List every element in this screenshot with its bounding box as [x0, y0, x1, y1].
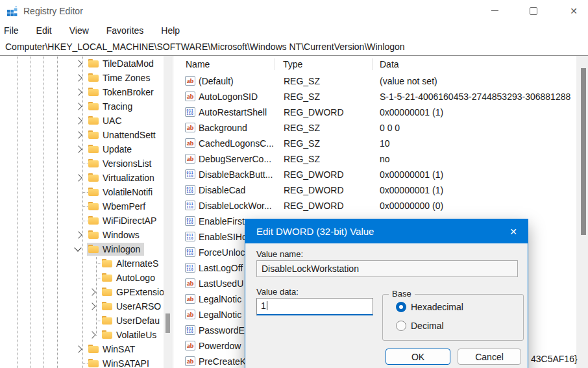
folder-icon — [88, 173, 99, 182]
tree-item-content[interactable]: WiFiDirectAP — [87, 214, 160, 227]
tree-item[interactable]: Virtualization — [0, 171, 164, 185]
tree-item[interactable]: GPExtensio — [0, 285, 164, 299]
tree-item-content[interactable]: GPExtensio — [101, 286, 164, 299]
chevron-right-icon[interactable] — [75, 345, 82, 352]
pane-splitter[interactable] — [173, 56, 173, 368]
column-header-name[interactable]: Name — [186, 56, 210, 73]
tree-item[interactable]: UserARSO — [0, 299, 164, 313]
list-scrollbar[interactable] — [576, 56, 588, 368]
ok-button[interactable]: OK — [386, 349, 450, 365]
tree-item[interactable]: Windows — [0, 228, 164, 242]
radio-button-icon[interactable] — [396, 321, 406, 331]
chevron-right-icon[interactable] — [75, 117, 82, 124]
tree-item-content[interactable]: VolatileNotifi — [87, 186, 156, 199]
tree-item[interactable]: UnattendSett — [0, 128, 164, 142]
tree-item[interactable]: VersionsList — [0, 156, 164, 171]
radio-button-icon[interactable] — [396, 302, 406, 312]
tree-item-content[interactable]: TokenBroker — [87, 86, 158, 99]
address-bar[interactable]: Computer\HKEY_LOCAL_MACHINE\SOFTWARE\Mic… — [0, 38, 588, 56]
string-value-icon — [185, 310, 195, 319]
close-button[interactable]: ✕ — [563, 0, 585, 21]
tree-item-content[interactable]: AutoLogo — [101, 271, 159, 284]
registry-value-row[interactable]: AutoLogonSIDREG_SZS-1-5-21-4006160453-27… — [174, 89, 576, 104]
chevron-right-icon[interactable] — [75, 174, 82, 181]
menu-file[interactable]: File — [4, 25, 19, 36]
chevron-right-icon[interactable] — [75, 60, 82, 67]
tree-item-content[interactable]: WinSAT — [87, 343, 139, 356]
registry-value-row[interactable]: DisableBackButt...REG_DWORD0x00000001 (1… — [174, 167, 576, 182]
menu-edit[interactable]: Edit — [36, 25, 52, 36]
tree-item[interactable]: WinSAT — [0, 342, 164, 356]
column-header-type[interactable]: Type — [283, 56, 302, 73]
tree-item-content[interactable]: Virtualization — [87, 171, 158, 184]
value-type-cell: REG_DWORD — [284, 104, 374, 120]
tree-item-content[interactable]: Tracing — [87, 100, 136, 113]
column-separator[interactable] — [275, 58, 275, 70]
tree-item[interactable]: WiFiDirectAP — [0, 214, 164, 228]
tree-item[interactable]: VolatileNotifi — [0, 185, 164, 199]
dialog-close-button[interactable]: ✕ — [499, 219, 528, 243]
chevron-right-icon[interactable] — [75, 103, 82, 110]
value-name-field[interactable]: DisableLockWorkstation — [256, 260, 518, 277]
menu-help[interactable]: Help — [161, 25, 180, 36]
tree-item-content[interactable]: Update — [87, 143, 136, 156]
tree-item-content[interactable]: TileDataMod — [87, 57, 158, 70]
tree-item-content[interactable]: UnattendSett — [87, 129, 160, 141]
tree-scrollbar[interactable] — [164, 56, 172, 368]
tree-item[interactable]: TileDataMod — [0, 56, 164, 71]
value-data-input[interactable]: 1 — [256, 298, 373, 315]
radio-hexadecimal[interactable]: Hexadecimal — [396, 302, 463, 312]
tree-item-content[interactable]: UAC — [87, 114, 126, 127]
tree-item[interactable]: AutoLogo — [0, 271, 164, 285]
tree-item[interactable]: Update — [0, 142, 164, 156]
chevron-right-icon[interactable] — [88, 331, 95, 338]
maximize-button[interactable] — [522, 0, 545, 21]
tree-item-content[interactable]: UserDefau — [101, 314, 164, 327]
registry-value-row[interactable]: AutoRestartShellREG_DWORD0x00000001 (1) — [174, 104, 576, 120]
tree-item[interactable]: UserDefau — [0, 313, 164, 328]
minimize-button[interactable] — [484, 0, 506, 21]
tree-item-content[interactable]: WinSATAPI — [87, 357, 153, 368]
tree-item-content[interactable]: VolatileUs — [101, 328, 160, 341]
dialog-title-bar[interactable]: Edit DWORD (32-bit) Value — [245, 219, 528, 243]
chevron-right-icon[interactable] — [75, 74, 82, 81]
registry-value-row[interactable]: (Default)REG_SZ(value not set) — [174, 73, 576, 89]
registry-value-row[interactable]: BackgroundREG_SZ0 0 0 — [174, 120, 576, 136]
menu-view[interactable]: View — [69, 25, 89, 36]
tree-scrollbar-thumb[interactable] — [165, 313, 170, 333]
column-header-data[interactable]: Data — [380, 56, 399, 73]
tree-item-content[interactable]: Time Zones — [87, 71, 154, 84]
registry-value-row[interactable]: DisableLockWor...REG_DWORD0x00000000 (0) — [174, 198, 576, 214]
registry-value-row[interactable]: DisableCadREG_DWORD0x00000001 (1) — [174, 182, 576, 198]
chevron-right-icon[interactable] — [88, 288, 95, 295]
value-data-cell: no — [380, 151, 573, 167]
tree-item[interactable]: Tracing — [0, 99, 164, 114]
tree-item-content[interactable]: VersionsList — [87, 157, 155, 170]
chevron-right-icon[interactable] — [75, 145, 82, 153]
tree-item[interactable]: Time Zones — [0, 71, 164, 85]
tree-item[interactable]: WinSATAPI — [0, 356, 164, 368]
registry-value-row[interactable]: CachedLogonsC...REG_SZ10 — [174, 136, 576, 151]
tree-item[interactable]: TokenBroker — [0, 85, 164, 99]
cancel-button[interactable]: Cancel — [458, 349, 521, 365]
tree-item[interactable]: UAC — [0, 114, 164, 128]
chevron-right-icon[interactable] — [88, 302, 95, 310]
registry-value-row[interactable]: DebugServerCo...REG_SZno — [174, 151, 576, 167]
radio-decimal[interactable]: Decimal — [396, 321, 444, 331]
chevron-right-icon[interactable] — [75, 131, 82, 138]
menu-favorites[interactable]: Favorites — [106, 25, 144, 36]
tree-item[interactable]: AlternateS — [0, 256, 164, 271]
chevron-right-icon[interactable] — [75, 88, 82, 95]
tree-item-content[interactable]: UserARSO — [101, 300, 164, 313]
list-scrollbar-thumb[interactable] — [581, 68, 586, 235]
tree-item-content[interactable]: AlternateS — [101, 257, 162, 270]
column-separator[interactable] — [372, 58, 373, 70]
tree-item-content[interactable]: Windows — [87, 228, 143, 241]
tree-item[interactable]: VolatileUs — [0, 328, 164, 342]
tree-item-selected-content[interactable]: Winlogon — [87, 243, 144, 256]
chevron-down-icon[interactable] — [74, 244, 81, 251]
chevron-right-icon[interactable] — [75, 231, 82, 238]
tree-item[interactable]: WbemPerf — [0, 199, 164, 214]
tree-item-content[interactable]: WbemPerf — [87, 200, 149, 213]
tree-item[interactable]: Winlogon — [0, 242, 164, 256]
